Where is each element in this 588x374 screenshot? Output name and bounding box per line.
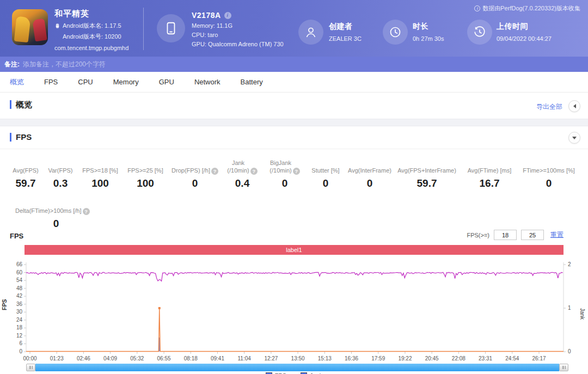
- range-handle-left[interactable]: [26, 364, 35, 371]
- tab-cpu[interactable]: CPU: [78, 78, 93, 86]
- device-info-icon[interactable]: i: [224, 12, 231, 19]
- tab-fps[interactable]: FPS: [44, 78, 58, 86]
- reset-link[interactable]: 重置: [550, 230, 564, 240]
- stat-label: Avg(InterFrame): [348, 167, 391, 174]
- svg-text:0: 0: [19, 348, 22, 354]
- upload-icon-circle: [467, 20, 492, 45]
- fps-threshold-input-2[interactable]: [521, 230, 544, 240]
- creator-block: 创建者 ZEALER 3C: [329, 22, 362, 42]
- svg-text:30: 30: [16, 309, 23, 315]
- stat-label: Avg(FTime) [ms]: [468, 167, 512, 174]
- perfdog-report-page: 和平精英 Android版本名: 1.17.5 Android版本号: 1020…: [0, 0, 588, 374]
- svg-text:42: 42: [16, 293, 23, 299]
- note-placeholder: 添加备注，不超过200个字符: [23, 60, 106, 69]
- stat-label: Drop(FPS) [/h]: [171, 167, 210, 174]
- export-all-link[interactable]: 导出全部: [536, 102, 562, 112]
- svg-text:05:32: 05:32: [130, 355, 144, 361]
- stat-avg-ftime-ms-: Avg(FTime) [ms]16.7: [460, 157, 519, 189]
- svg-text:02:46: 02:46: [77, 355, 90, 361]
- creator-icon-circle: [298, 20, 323, 45]
- overview-collapse-button[interactable]: [568, 100, 580, 112]
- fps-line-chart[interactable]: 0612182430364248546066012FPSJank00:0001:…: [0, 258, 588, 363]
- tab-gpu[interactable]: GPU: [159, 78, 174, 86]
- svg-text:FPS: FPS: [1, 299, 8, 310]
- svg-text:12:27: 12:27: [264, 355, 278, 361]
- svg-text:01:23: 01:23: [50, 355, 64, 361]
- tab-memory[interactable]: Memory: [113, 78, 139, 86]
- help-icon[interactable]: ?: [250, 168, 258, 175]
- stat-label: Jank(/10min): [227, 159, 249, 174]
- svg-text:2: 2: [568, 261, 571, 267]
- upload-value: 09/04/2022 00:44:27: [497, 35, 552, 42]
- fps-divider: [0, 149, 588, 149]
- phone-icon: [164, 21, 178, 35]
- stat-label: FPS>=18 [%]: [82, 167, 118, 174]
- game-title: 和平精英: [54, 9, 128, 19]
- triangle-down-icon: [572, 137, 577, 139]
- stat-value: 0: [192, 177, 198, 189]
- svg-text:54: 54: [16, 277, 23, 283]
- svg-text:48: 48: [16, 285, 23, 291]
- svg-text:19:22: 19:22: [398, 355, 412, 361]
- svg-text:22:08: 22:08: [452, 355, 465, 361]
- upload-label: 上传时间: [497, 22, 552, 32]
- note-input-bar[interactable]: 备注: 添加备注，不超过200个字符: [0, 57, 588, 72]
- svg-text:00:00: 00:00: [23, 355, 36, 361]
- help-icon[interactable]: ?: [211, 168, 218, 175]
- help-icon[interactable]: ?: [83, 208, 90, 215]
- device-model: V2178A: [192, 11, 221, 20]
- game-meta: 和平精英 Android版本名: 1.17.5 Android版本号: 1020…: [54, 9, 128, 51]
- stat-label: Delta(FTime)>100ms [/h]: [15, 207, 82, 214]
- svg-text:12: 12: [16, 333, 23, 339]
- duration-value: 0h 27m 30s: [413, 35, 444, 42]
- package-name: com.tencent.tmgp.pubgmhd: [54, 45, 128, 51]
- stat-drop-fps-h-: Drop(FPS) [/h]?0: [169, 157, 221, 189]
- svg-text:11:04: 11:04: [238, 355, 252, 361]
- stat-value: 0: [282, 177, 288, 189]
- fps-threshold-controls: FPS(>=) 重置: [467, 230, 564, 240]
- fps-collapse-button[interactable]: [568, 132, 580, 144]
- stat-value: 0.3: [53, 177, 68, 189]
- tab-battery[interactable]: Battery: [241, 78, 263, 86]
- tab-network[interactable]: Network: [194, 78, 220, 86]
- person-icon: [304, 26, 317, 39]
- stat-label: Avg(FPS+InterFrame): [397, 167, 456, 174]
- stat-fps-18-: FPS>=18 [%]100: [78, 157, 122, 189]
- stat-bigjank-10min-: BigJank(/10min)?0: [264, 157, 306, 189]
- svg-text:66: 66: [16, 261, 23, 267]
- android-version-code: Android版本号: 10200: [63, 33, 121, 41]
- overview-header: 概览 导出全部: [0, 93, 588, 119]
- help-icon[interactable]: ?: [293, 168, 300, 175]
- fps-chart-title: FPS: [10, 232, 23, 240]
- stat-value: 59.7: [16, 177, 36, 189]
- range-handle-right[interactable]: [559, 364, 568, 371]
- stat-value: 100: [91, 177, 109, 189]
- stat-stutter-: Stutter [%]0: [306, 157, 345, 189]
- svg-text:04:09: 04:09: [103, 355, 117, 361]
- game-app-icon: [12, 9, 48, 45]
- fps-stats-row: Avg(FPS)59.7Var(FPS)0.3FPS>=18 [%]100FPS…: [9, 157, 578, 189]
- svg-text:24: 24: [16, 317, 23, 323]
- stat-fps-25-: FPS>=25 [%]100: [122, 157, 169, 189]
- stat-ftime-100ms-: FTime>=100ms [%]0: [519, 157, 578, 189]
- stat-value: 0: [367, 177, 373, 189]
- header-divider: [143, 8, 144, 50]
- tab-概览[interactable]: 概览: [10, 77, 24, 87]
- fps-threshold-input-1[interactable]: [494, 230, 517, 240]
- device-info: V2178A i Memory: 11.1G CPU: taro GPU: Qu…: [192, 11, 284, 47]
- fps-filter-label: FPS(>=): [467, 232, 489, 238]
- triangle-left-icon: [573, 104, 576, 108]
- stat-label: BigJank(/10min): [270, 159, 291, 174]
- overview-title: 概览: [10, 100, 32, 109]
- svg-text:17:59: 17:59: [371, 355, 385, 361]
- svg-text:18: 18: [16, 324, 23, 330]
- note-label: 备注:: [4, 60, 20, 69]
- range-track[interactable]: [35, 364, 559, 371]
- stat-value: 16.7: [480, 177, 500, 189]
- svg-text:09:41: 09:41: [211, 355, 224, 361]
- stat-avg-interframe-: Avg(InterFrame)0: [345, 157, 394, 189]
- stat-value: 100: [137, 177, 154, 189]
- report-header: 和平精英 Android版本名: 1.17.5 Android版本号: 1020…: [0, 0, 588, 57]
- svg-text:16:36: 16:36: [345, 355, 358, 361]
- stat-avg-fps-: Avg(FPS)59.7: [9, 157, 42, 189]
